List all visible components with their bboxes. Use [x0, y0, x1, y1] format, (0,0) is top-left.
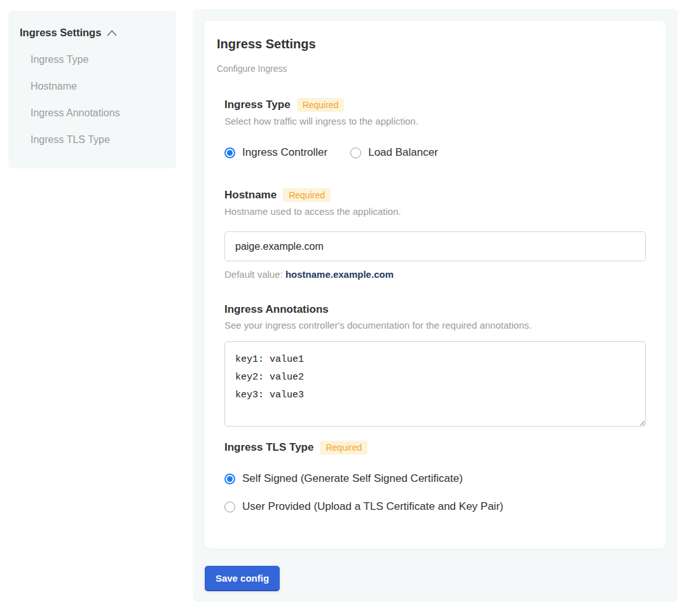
annotations-textarea[interactable]: key1: value1 key2: value2 key3: value3: [224, 341, 646, 427]
sidebar-item-hostname[interactable]: Hostname: [31, 81, 165, 92]
radio-option-load-balancer[interactable]: Load Balancer: [350, 146, 438, 159]
save-config-button[interactable]: Save config: [205, 566, 280, 590]
config-panel: Ingress Settings Configure Ingress Ingre…: [193, 9, 678, 602]
radio-option-label: Load Balancer: [368, 146, 438, 159]
hostname-label: Hostname: [224, 189, 277, 202]
hostname-help: Hostname used to access the application.: [224, 206, 645, 217]
card-subtitle: Configure Ingress: [217, 64, 645, 74]
tls-type-radio-group: Self Signed (Generate Self Signed Certif…: [224, 472, 645, 513]
radio-option-user-provided[interactable]: User Provided (Upload a TLS Certificate …: [224, 500, 645, 513]
radio-checked-icon[interactable]: [224, 474, 235, 484]
annotations-label: Ingress Annotations: [224, 303, 329, 316]
required-badge: Required: [283, 188, 331, 202]
ingress-type-label: Ingress Type: [224, 99, 291, 111]
config-card: Ingress Settings Configure Ingress Ingre…: [204, 21, 666, 549]
radio-checked-icon[interactable]: [224, 147, 235, 158]
section-ingress-type: Ingress Type Required Select how traffic…: [224, 98, 645, 159]
radio-option-label: Ingress Controller: [242, 146, 327, 159]
section-ingress-annotations: Ingress Annotations See your ingress con…: [224, 303, 645, 427]
ingress-type-radio-group: Ingress Controller Load Balancer: [224, 146, 645, 159]
section-hostname: Hostname Required Hostname used to acces…: [224, 188, 645, 280]
radio-unchecked-icon[interactable]: [350, 147, 361, 158]
sidebar-item-list: Ingress Type Hostname Ingress Annotation…: [20, 54, 165, 146]
ingress-type-help: Select how traffic will ingress to the a…: [224, 116, 645, 127]
required-badge: Required: [297, 98, 345, 112]
sidebar-group-ingress-settings[interactable]: Ingress Settings: [20, 26, 165, 39]
radio-option-label: User Provided (Upload a TLS Certificate …: [242, 500, 504, 513]
sidebar-item-ingress-type[interactable]: Ingress Type: [31, 54, 165, 65]
default-value-text: hostname.example.com: [285, 269, 394, 280]
radio-option-label: Self Signed (Generate Self Signed Certif…: [242, 472, 463, 485]
radio-option-ingress-controller[interactable]: Ingress Controller: [224, 146, 327, 159]
radio-unchecked-icon[interactable]: [224, 502, 235, 512]
default-value-prefix: Default value:: [224, 269, 283, 280]
hostname-input[interactable]: [224, 231, 646, 261]
hostname-default-line: Default value: hostname.example.com: [224, 269, 645, 280]
chevron-up-icon[interactable]: [107, 30, 117, 36]
sidebar-item-ingress-tls-type[interactable]: Ingress TLS Type: [31, 134, 165, 146]
section-ingress-tls-type: Ingress TLS Type Required Self Signed (G…: [224, 441, 645, 513]
tls-type-label: Ingress TLS Type: [224, 441, 313, 454]
sidebar-item-ingress-annotations[interactable]: Ingress Annotations: [31, 107, 165, 119]
annotations-help: See your ingress controller's documentat…: [224, 320, 645, 331]
card-title: Ingress Settings: [217, 37, 645, 51]
required-badge: Required: [320, 441, 367, 455]
radio-option-self-signed[interactable]: Self Signed (Generate Self Signed Certif…: [224, 472, 645, 485]
config-nav-sidebar: Ingress Settings Ingress Type Hostname I…: [8, 11, 176, 168]
sidebar-group-label: Ingress Settings: [20, 26, 101, 39]
